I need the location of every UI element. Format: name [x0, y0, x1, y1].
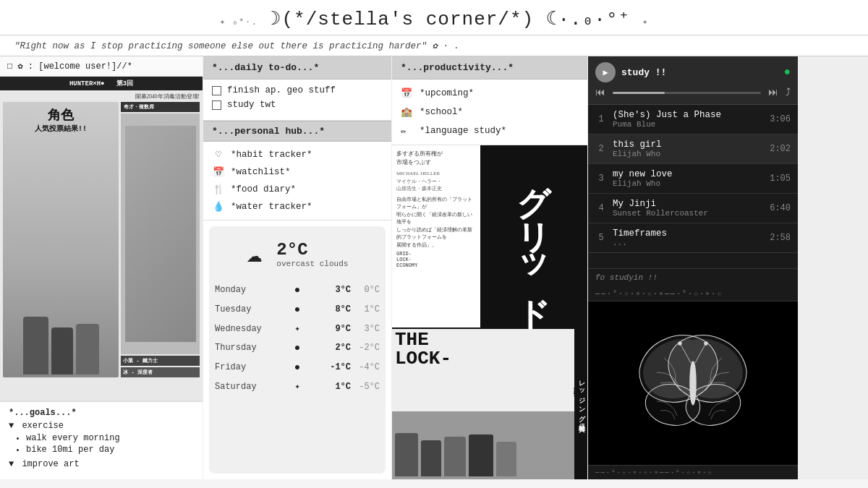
- track-name: My Jinji: [613, 199, 764, 209]
- track-duration: 2:02: [770, 144, 791, 154]
- manga-article: 多すぎる所有権が市場をつぶす MICHAEL HELLERマイケル・ヘラー・山形…: [392, 145, 587, 479]
- track-info: (She's) Just a Phase Puma Blue: [613, 110, 764, 129]
- track-artist: Elijah Who: [613, 179, 764, 188]
- track-name: my new love: [613, 169, 764, 179]
- play-button[interactable]: ▶: [595, 62, 616, 82]
- goal-item: walk every morning: [26, 433, 194, 443]
- progress-bar[interactable]: [613, 92, 761, 94]
- quote-bar: "Right now as I stop practicing someone …: [0, 35, 868, 56]
- calendar-icon: 📅: [401, 87, 414, 99]
- track-info: this girl Elijah Who: [613, 140, 764, 158]
- todo-checkbox-2[interactable]: [212, 100, 221, 110]
- music-player-top: ▶ study !! ● ⏮ ⏭ ⤴: [588, 56, 798, 105]
- weather-desc: overcast clouds: [276, 260, 348, 268]
- panel-music: ▶ study !! ● ⏮ ⏭ ⤴ 1 (She's) Just a Phas…: [588, 56, 798, 479]
- weather-icon: ●: [273, 304, 322, 315]
- forecast-row: Saturday ✦ 1°C -5°C: [213, 377, 381, 396]
- hub-link-label: *habit tracker*: [231, 150, 312, 160]
- track-item[interactable]: 1 (She's) Just a Phase Puma Blue 3:06: [588, 105, 798, 134]
- next-button[interactable]: ⏭: [768, 87, 778, 98]
- track-number: 2: [595, 144, 607, 154]
- track-duration: 3:06: [770, 114, 791, 124]
- forecast-row: Thursday ● 2°C -2°C: [213, 338, 381, 358]
- track-item[interactable]: 4 My Jinji Sunset Rollercoaster 6:40: [588, 194, 798, 223]
- hub-link-habit[interactable]: ♡ *habit tracker*: [212, 146, 383, 163]
- panel-welcome: □ ✿ : [welcome user!]//* HUNTER×H● 第3回 開…: [0, 56, 203, 479]
- fork-icon: 🍴: [212, 184, 225, 195]
- manga-kanji-large: グリッド経済: [518, 161, 550, 312]
- track-artist: Elijah Who: [613, 150, 764, 158]
- music-bottom-label: fo studyin !!: [588, 268, 798, 286]
- track-artist: ...: [613, 239, 764, 247]
- quote-text: "Right now as I stop practicing someone …: [14, 41, 459, 51]
- todo-list: finish ap. geo stuff study twt: [203, 80, 391, 121]
- manga-content: 開幕2040年消毒活動登壇! 角色 人気投票結果!!: [0, 90, 203, 401]
- triangle-icon: ▼: [9, 421, 14, 431]
- butterfly-image: [621, 318, 765, 448]
- todo-checkbox-1[interactable]: [212, 86, 221, 95]
- weather-current: ☁ 2°C overcast clouds: [213, 231, 381, 276]
- todo-label: study twt: [227, 100, 276, 110]
- share-button[interactable]: ⤴: [786, 87, 791, 98]
- track-duration: 6:40: [770, 203, 791, 213]
- weather-temp: 2°C: [276, 240, 348, 260]
- track-list: 1 (She's) Just a Phase Puma Blue 3:06 2 …: [588, 105, 798, 268]
- sun-icon: ✦: [273, 381, 322, 392]
- butterfly-section: [588, 301, 798, 465]
- pencil-icon: ✏: [401, 125, 414, 137]
- todo-item: finish ap. geo stuff: [212, 85, 383, 95]
- track-number: 3: [595, 174, 607, 184]
- weather-forecast: Monday ● 3°C 0°C Tuesday ● 8°C 1°C Wedne…: [213, 281, 381, 396]
- personal-hub-header: *...personal hub...*: [203, 121, 391, 142]
- hub-link-food[interactable]: 🍴 *food diary*: [212, 181, 383, 198]
- prod-link-school[interactable]: 🏫 *school*: [401, 103, 579, 121]
- hub-links: ♡ *habit tracker* 📅 *watchlist* 🍴 *food …: [203, 142, 391, 221]
- track-duration: 1:05: [770, 174, 791, 184]
- prod-link-label: *school*: [420, 107, 463, 117]
- spotify-icon: ●: [783, 66, 791, 79]
- site-title: ✦ ₀*·. ☽(*/stella's corner/*) ☾·.₀·°⁺ ✦: [14, 7, 854, 30]
- hub-link-label: *food diary*: [231, 184, 296, 194]
- goals-section: *...goals...* ▼ exercise walk every morn…: [0, 401, 203, 479]
- main-grid: □ ✿ : [welcome user!]//* HUNTER×H● 第3回 開…: [0, 56, 868, 479]
- hub-link-label: *watchlist*: [231, 167, 291, 177]
- todo-header: *...daily to-do...*: [203, 56, 391, 80]
- prod-link-language[interactable]: ✏ *language study*: [401, 121, 579, 140]
- track-artist: Puma Blue: [613, 120, 764, 129]
- forecast-row: Monday ● 3°C 0°C: [213, 281, 381, 300]
- todo-item: study twt: [212, 100, 383, 110]
- school-icon: 🏫: [401, 106, 414, 118]
- track-artist: Sunset Rollercoaster: [613, 209, 764, 218]
- manga-jp-text: 多すぎる所有権が市場をつぶす: [396, 150, 476, 167]
- music-bottom-deco: ——·°·☆·∘·☆·∘——·°·☆·∘·☆: [588, 465, 798, 479]
- manga-image: HUNTER×H● 第3回 開幕2040年消毒活動登壇! 角色 人気投票結果!!: [0, 77, 203, 401]
- forecast-row: Tuesday ● 8°C 1°C: [213, 300, 381, 320]
- goal-art: ▼ improve art: [9, 459, 194, 469]
- track-name: (She's) Just a Phase: [613, 110, 764, 120]
- prod-link-upcoming[interactable]: 📅 *upcoming*: [401, 84, 579, 103]
- sun-icon: ✦: [273, 323, 322, 334]
- hub-link-water[interactable]: 💧 *water tracker*: [212, 198, 383, 215]
- welcome-header: □ ✿ : [welcome user!]//*: [0, 56, 203, 77]
- track-item[interactable]: 2 this girl Elijah Who 2:02: [588, 134, 798, 164]
- prod-link-label: *upcoming*: [420, 88, 474, 98]
- page-header: ✦ ₀*·. ☽(*/stella's corner/*) ☾·.₀·°⁺ ✦: [0, 0, 868, 35]
- track-item[interactable]: 5 Timeframes ... 2:58: [588, 223, 798, 253]
- prev-button[interactable]: ⏮: [595, 87, 605, 98]
- forecast-row: Wednesday ✦ 9°C 3°C: [213, 320, 381, 338]
- triangle-icon: ▼: [9, 459, 14, 469]
- heart-icon: ♡: [212, 149, 225, 160]
- playlist-title: study !!: [621, 67, 778, 78]
- weather-icon: ●: [273, 361, 322, 373]
- cloud-icon: ☁: [247, 238, 263, 270]
- forecast-row: Friday ● -1°C -4°C: [213, 358, 381, 377]
- hub-link-watchlist[interactable]: 📅 *watchlist*: [212, 163, 383, 181]
- track-info: My Jinji Sunset Rollercoaster: [613, 199, 764, 218]
- goal-exercise: ▼ exercise walk every morning bike 10mi …: [9, 421, 194, 455]
- track-info: Timeframes ...: [613, 228, 764, 247]
- track-number: 5: [595, 233, 607, 243]
- todo-label: finish ap. geo stuff: [227, 85, 336, 95]
- track-info: my new love Elijah Who: [613, 169, 764, 188]
- track-item[interactable]: 3 my new love Elijah Who 1:05: [588, 164, 798, 194]
- music-deco-line: ——·°·☆·∘·☆·∘——·°·☆·∘·☆: [588, 286, 798, 301]
